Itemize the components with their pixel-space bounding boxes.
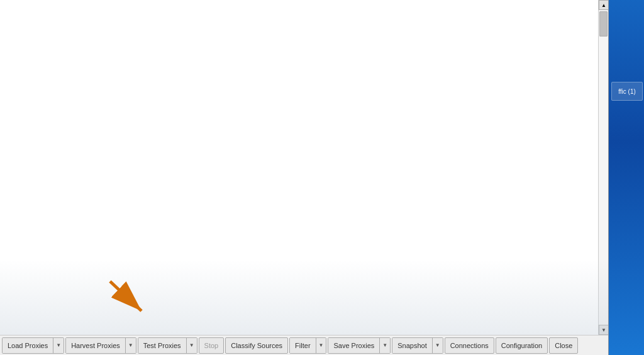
load-proxies-btn-group[interactable]: Load Proxies ▼ xyxy=(2,337,64,354)
snapshot-btn-group[interactable]: Snapshot ▼ xyxy=(392,337,443,354)
scrollbar-thumb[interactable] xyxy=(599,11,608,37)
save-proxies-dropdown-arrow[interactable]: ▼ xyxy=(380,338,390,353)
scrollbar-up-btn[interactable]: ▲ xyxy=(599,0,608,10)
desktop-right-panel xyxy=(606,0,644,355)
snapshot-dropdown-arrow[interactable]: ▼ xyxy=(433,338,443,353)
harvest-proxies-btn-group[interactable]: Harvest Proxies ▼ xyxy=(65,337,136,354)
scrollbar[interactable]: ▲ ▼ xyxy=(598,0,608,335)
test-proxies-button[interactable]: Test Proxies xyxy=(138,338,187,353)
test-proxies-dropdown-arrow[interactable]: ▼ xyxy=(187,338,197,353)
load-proxies-dropdown-arrow[interactable]: ▼ xyxy=(53,338,64,353)
main-content-area: ▲ ▼ xyxy=(0,0,608,335)
connections-button[interactable]: Connections xyxy=(445,337,494,354)
test-proxies-btn-group[interactable]: Test Proxies ▼ xyxy=(138,337,197,354)
save-proxies-button[interactable]: Save Proxies xyxy=(328,338,380,353)
filter-dropdown-arrow[interactable]: ▼ xyxy=(316,338,326,353)
configuration-button[interactable]: Configuration xyxy=(496,337,548,354)
taskbar-icon[interactable]: ffic (1) xyxy=(611,82,643,101)
filter-button[interactable]: Filter xyxy=(290,338,316,353)
app-window: ▲ ▼ Load Proxies ▼ xyxy=(0,0,609,355)
arrow-svg xyxy=(104,278,154,316)
scrollbar-down-btn[interactable]: ▼ xyxy=(599,325,608,335)
save-proxies-btn-group[interactable]: Save Proxies ▼ xyxy=(328,337,391,354)
snapshot-button[interactable]: Snapshot xyxy=(392,338,432,353)
stop-button[interactable]: Stop xyxy=(199,337,225,354)
classify-sources-button[interactable]: Classify Sources xyxy=(225,337,288,354)
filter-btn-group[interactable]: Filter ▼ xyxy=(289,337,326,354)
bottom-toolbar: Load Proxies ▼ Harvest Proxies ▼ Test Pr… xyxy=(0,335,608,355)
taskbar-icon-label: ffic (1) xyxy=(618,88,636,95)
harvest-proxies-button[interactable]: Harvest Proxies xyxy=(66,338,126,353)
harvest-proxies-dropdown-arrow[interactable]: ▼ xyxy=(126,338,136,353)
load-proxies-button[interactable]: Load Proxies xyxy=(3,338,53,353)
scrollbar-track xyxy=(599,10,608,325)
close-button[interactable]: Close xyxy=(549,337,578,354)
svg-line-1 xyxy=(110,281,142,311)
